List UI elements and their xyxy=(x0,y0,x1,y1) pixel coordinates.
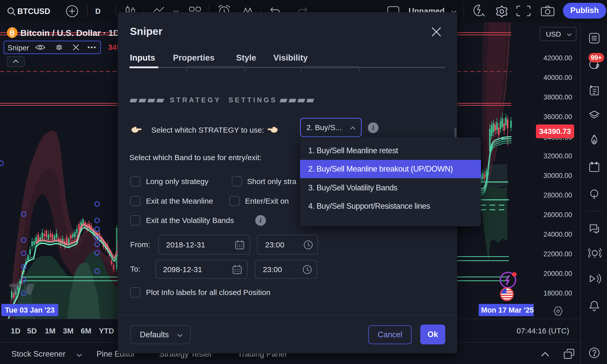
svg-text:Mon 17 Mar '25: Mon 17 Mar '25 xyxy=(481,306,534,314)
svg-text:Tue 03 Jan '23: Tue 03 Jan '23 xyxy=(5,306,55,314)
svg-text:Sniper: Sniper xyxy=(8,44,29,52)
svg-text:B: B xyxy=(10,29,15,37)
svg-text:Bitcoin / U.S. Dollar · 1D: Bitcoin / U.S. Dollar · 1D xyxy=(20,28,119,38)
